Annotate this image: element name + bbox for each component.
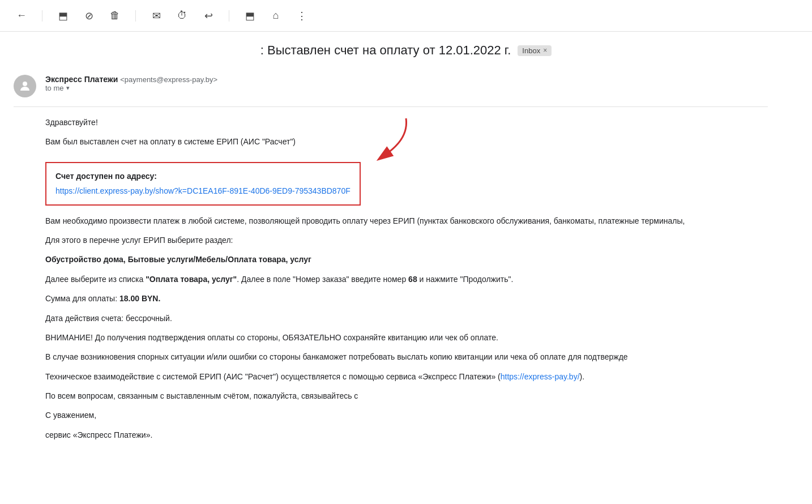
contact-line: По всем вопросам, связанным с выставленн… xyxy=(45,390,768,402)
order-info-pre: Далее выберите из списка xyxy=(45,275,146,284)
inbox-badge: Inbox × xyxy=(518,45,552,56)
date-label: Дата действия счета: xyxy=(45,314,126,323)
date-value: бессрочный. xyxy=(126,314,172,323)
email-body: Здравствуйте! Вам был выставлен счет на … xyxy=(14,107,768,441)
sender-info: Экспресс Платежи <payments@express-pay.b… xyxy=(45,75,768,92)
email-header: Экспресс Платежи <payments@express-pay.b… xyxy=(14,68,768,107)
technical-link[interactable]: https://express-pay.by/ xyxy=(501,372,580,381)
technical-end: ). xyxy=(580,372,585,381)
section-value: Обустройство дома, Бытовые услуги/Мебель… xyxy=(45,253,768,266)
label-button[interactable]: ⌂ xyxy=(268,8,284,24)
chevron-down-icon: ▾ xyxy=(66,84,70,92)
order-number: 68 xyxy=(408,275,417,284)
move-button[interactable]: ⬒ xyxy=(242,8,258,24)
order-info-end: и нажмите "Продолжить". xyxy=(417,275,514,284)
toolbar-separator-1 xyxy=(42,10,42,22)
amount-label: Сумма для оплаты: xyxy=(45,294,119,303)
sender-name: Экспресс Платежи xyxy=(45,75,118,84)
sender-email: <payments@express-pay.by> xyxy=(120,75,217,84)
date-line: Дата действия счета: бессрочный. xyxy=(45,312,768,324)
email-wrapper: Экспресс Платежи <payments@express-pay.b… xyxy=(0,63,781,462)
avatar xyxy=(14,75,36,97)
section-label: Для этого в перечне услуг ЕРИП выберите … xyxy=(45,234,768,246)
toolbar: ← ⬒ ⊘ 🗑 ✉ ⏱ ↩ ⬒ ⌂ ⋮ xyxy=(0,0,812,32)
inbox-badge-label: Inbox xyxy=(522,46,540,55)
warning2-pre: В случае возникновения спорных ситуации … xyxy=(45,352,324,361)
svg-point-0 xyxy=(23,82,27,86)
greeting: Здравствуйте! xyxy=(45,116,768,129)
warning1-mid: , ОБЯЗАТЕЛЬНО сохраняйте квитанцию или ч… xyxy=(278,333,498,342)
technical-info: Техническое взаимодействие с системой ЕР… xyxy=(45,370,768,383)
archive-button[interactable]: ⬒ xyxy=(55,8,71,24)
toolbar-separator-2 xyxy=(135,10,136,22)
subject-area: : Выставлен счет на оплату от 12.01.2022… xyxy=(0,32,812,63)
warning2-end: может потребовать выслать копию квитанци… xyxy=(324,352,628,361)
more-button[interactable]: ⋮ xyxy=(294,8,310,24)
payment-link[interactable]: https://client.express-pay.by/show?k=DC1… xyxy=(55,186,351,195)
sign2: сервис «Экспресс Платежи». xyxy=(45,429,768,441)
highlighted-box: Счет доступен по адресу: https://client.… xyxy=(45,162,361,206)
sign1: С уважением, xyxy=(45,409,768,421)
order-info-bold1: "Оплата товара, услуг" xyxy=(146,275,237,284)
delete-button[interactable]: 🗑 xyxy=(107,8,123,24)
section-value-text: Обустройство дома, Бытовые услуги/Мебель… xyxy=(45,255,311,264)
order-info: Далее выберите из списка "Оплата товара,… xyxy=(45,273,768,285)
order-info-mid: . Далее в поле "Номер заказа" введите но… xyxy=(237,275,408,284)
email-button[interactable]: ✉ xyxy=(148,8,164,24)
inbox-badge-close[interactable]: × xyxy=(543,46,547,54)
warning1: ВНИМАНИЕ! До получения подтверждения опл… xyxy=(45,331,768,344)
amount-value: 18.00 BYN. xyxy=(119,294,160,303)
toolbar-separator-3 xyxy=(229,10,229,22)
warning1-pre: ВНИМАНИЕ! До получения подтверждения опл… xyxy=(45,333,278,342)
intro-text: Вам был выставлен счет на оплату в систе… xyxy=(45,135,768,148)
box-title: Счет доступен по адресу: xyxy=(55,170,351,182)
snooze-button[interactable]: ⏱ xyxy=(174,8,190,24)
warning2: В случае возникновения спорных ситуации … xyxy=(45,351,768,363)
reply-button[interactable]: ↩ xyxy=(200,8,216,24)
payment-info-text: Вам необходимо произвести платеж в любой… xyxy=(45,215,768,227)
spam-button[interactable]: ⊘ xyxy=(81,8,97,24)
email-subject: : Выставлен счет на оплату от 12.01.2022… xyxy=(260,43,511,58)
amount-line: Сумма для оплаты: 18.00 BYN. xyxy=(45,292,768,305)
sender-to[interactable]: to me ▾ xyxy=(45,84,768,92)
back-button[interactable]: ← xyxy=(14,8,29,24)
technical-pre: Техническое взаимодействие с системой ЕР… xyxy=(45,372,501,381)
